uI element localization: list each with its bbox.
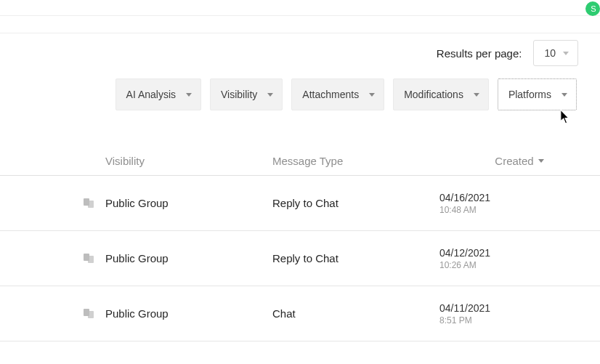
cell-message-type: Chat [272,307,439,320]
chevron-down-icon [186,93,192,97]
results-table: Visibility Message Type Created Public G… [0,147,600,341]
cell-visibility: Public Group [105,252,272,264]
chevron-down-icon [474,93,479,97]
cell-date: 04/11/2021 [439,302,599,315]
sort-desc-icon [538,159,544,163]
filter-label: AI Analysis [126,89,176,100]
results-per-page-select[interactable]: 10 [533,40,578,66]
chevron-down-icon [562,93,567,97]
results-per-page-label: Results per page: [437,47,522,60]
col-header-created[interactable]: Created [439,155,599,167]
group-icon [84,254,95,264]
top-bar: S [0,0,600,16]
cell-visibility: Public Group [105,307,272,320]
chevron-down-icon [267,93,273,97]
filter-platforms[interactable]: Platforms [498,78,577,110]
filter-attachments[interactable]: Attachments [291,78,384,110]
cell-time: 10:48 AM [439,204,599,216]
cell-visibility: Public Group [105,197,272,209]
cell-message-type: Reply to Chat [272,197,439,209]
table-row[interactable]: Public Group Chat 04/11/2021 8:51 PM [0,286,600,341]
col-header-message-type[interactable]: Message Type [272,155,439,167]
spacer [0,115,600,147]
group-icon [84,309,95,319]
col-header-visibility[interactable]: Visibility [105,155,272,167]
filter-label: Visibility [221,89,257,100]
cell-date: 04/16/2021 [439,191,599,204]
table-row[interactable]: Public Group Reply to Chat 04/12/2021 10… [0,231,600,286]
chevron-down-icon [563,52,569,55]
results-per-page-value: 10 [544,47,556,59]
table-header: Visibility Message Type Created [0,147,600,176]
group-icon [84,198,95,209]
header-gap [0,16,600,33]
table-row[interactable]: Public Group Reply to Chat 04/16/2021 10… [0,176,600,231]
filter-visibility[interactable]: Visibility [210,78,283,110]
filter-label: Platforms [508,89,551,100]
filter-label: Attachments [302,89,359,100]
col-header-created-label: Created [495,155,533,167]
avatar[interactable]: S [585,1,600,16]
filters-row: AI Analysis Visibility Attachments Modif… [0,73,600,115]
cell-message-type: Reply to Chat [272,252,439,264]
filter-modifications[interactable]: Modifications [393,78,489,110]
cell-time: 8:51 PM [439,315,599,326]
chevron-down-icon [369,93,375,97]
cell-time: 10:26 AM [439,259,599,271]
filter-label: Modifications [404,89,463,100]
pagination-controls: Results per page: 10 [0,33,600,73]
cell-date: 04/12/2021 [439,246,599,259]
filter-ai-analysis[interactable]: AI Analysis [115,78,201,110]
